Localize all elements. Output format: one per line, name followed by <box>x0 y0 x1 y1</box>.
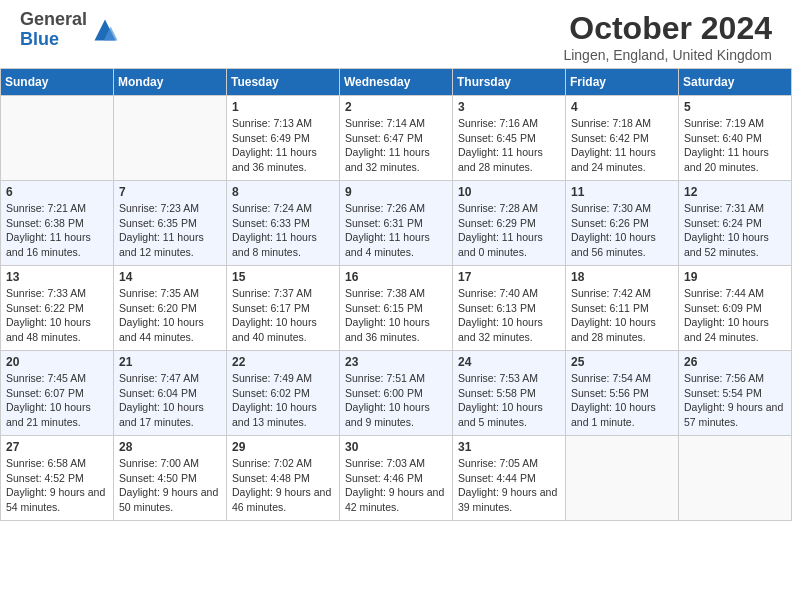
calendar-cell: 17Sunrise: 7:40 AM Sunset: 6:13 PM Dayli… <box>453 266 566 351</box>
day-info: Sunrise: 7:51 AM Sunset: 6:00 PM Dayligh… <box>345 371 447 430</box>
day-number: 15 <box>232 270 334 284</box>
calendar-table: SundayMondayTuesdayWednesdayThursdayFrid… <box>0 68 792 521</box>
day-number: 31 <box>458 440 560 454</box>
day-number: 13 <box>6 270 108 284</box>
calendar-cell: 12Sunrise: 7:31 AM Sunset: 6:24 PM Dayli… <box>679 181 792 266</box>
day-info: Sunrise: 7:21 AM Sunset: 6:38 PM Dayligh… <box>6 201 108 260</box>
day-number: 6 <box>6 185 108 199</box>
day-number: 23 <box>345 355 447 369</box>
day-of-week-header: Friday <box>566 69 679 96</box>
day-number: 30 <box>345 440 447 454</box>
day-of-week-header: Saturday <box>679 69 792 96</box>
day-info: Sunrise: 7:23 AM Sunset: 6:35 PM Dayligh… <box>119 201 221 260</box>
month-title: October 2024 <box>563 10 772 47</box>
calendar-cell: 2Sunrise: 7:14 AM Sunset: 6:47 PM Daylig… <box>340 96 453 181</box>
day-number: 27 <box>6 440 108 454</box>
day-info: Sunrise: 7:14 AM Sunset: 6:47 PM Dayligh… <box>345 116 447 175</box>
logo-blue: Blue <box>20 29 59 49</box>
calendar-cell: 13Sunrise: 7:33 AM Sunset: 6:22 PM Dayli… <box>1 266 114 351</box>
page-header: General Blue October 2024 Lingen, Englan… <box>0 0 792 68</box>
calendar-cell <box>1 96 114 181</box>
day-number: 10 <box>458 185 560 199</box>
day-of-week-header: Tuesday <box>227 69 340 96</box>
day-of-week-header: Monday <box>114 69 227 96</box>
day-number: 22 <box>232 355 334 369</box>
day-of-week-header: Sunday <box>1 69 114 96</box>
day-info: Sunrise: 7:54 AM Sunset: 5:56 PM Dayligh… <box>571 371 673 430</box>
calendar-cell: 30Sunrise: 7:03 AM Sunset: 4:46 PM Dayli… <box>340 436 453 521</box>
day-of-week-header: Wednesday <box>340 69 453 96</box>
day-info: Sunrise: 7:44 AM Sunset: 6:09 PM Dayligh… <box>684 286 786 345</box>
calendar-cell: 29Sunrise: 7:02 AM Sunset: 4:48 PM Dayli… <box>227 436 340 521</box>
calendar-cell: 28Sunrise: 7:00 AM Sunset: 4:50 PM Dayli… <box>114 436 227 521</box>
day-number: 21 <box>119 355 221 369</box>
calendar-cell: 11Sunrise: 7:30 AM Sunset: 6:26 PM Dayli… <box>566 181 679 266</box>
day-number: 17 <box>458 270 560 284</box>
calendar-week-row: 13Sunrise: 7:33 AM Sunset: 6:22 PM Dayli… <box>1 266 792 351</box>
day-info: Sunrise: 7:47 AM Sunset: 6:04 PM Dayligh… <box>119 371 221 430</box>
calendar-week-row: 20Sunrise: 7:45 AM Sunset: 6:07 PM Dayli… <box>1 351 792 436</box>
day-info: Sunrise: 7:40 AM Sunset: 6:13 PM Dayligh… <box>458 286 560 345</box>
calendar-cell: 18Sunrise: 7:42 AM Sunset: 6:11 PM Dayli… <box>566 266 679 351</box>
day-info: Sunrise: 7:42 AM Sunset: 6:11 PM Dayligh… <box>571 286 673 345</box>
day-info: Sunrise: 7:18 AM Sunset: 6:42 PM Dayligh… <box>571 116 673 175</box>
calendar-cell <box>566 436 679 521</box>
calendar-cell: 26Sunrise: 7:56 AM Sunset: 5:54 PM Dayli… <box>679 351 792 436</box>
day-info: Sunrise: 7:31 AM Sunset: 6:24 PM Dayligh… <box>684 201 786 260</box>
day-number: 9 <box>345 185 447 199</box>
calendar-cell: 4Sunrise: 7:18 AM Sunset: 6:42 PM Daylig… <box>566 96 679 181</box>
day-number: 5 <box>684 100 786 114</box>
day-number: 8 <box>232 185 334 199</box>
calendar-cell: 22Sunrise: 7:49 AM Sunset: 6:02 PM Dayli… <box>227 351 340 436</box>
day-info: Sunrise: 7:45 AM Sunset: 6:07 PM Dayligh… <box>6 371 108 430</box>
day-number: 24 <box>458 355 560 369</box>
calendar-header-row: SundayMondayTuesdayWednesdayThursdayFrid… <box>1 69 792 96</box>
day-info: Sunrise: 7:13 AM Sunset: 6:49 PM Dayligh… <box>232 116 334 175</box>
day-number: 28 <box>119 440 221 454</box>
day-number: 2 <box>345 100 447 114</box>
calendar-cell: 5Sunrise: 7:19 AM Sunset: 6:40 PM Daylig… <box>679 96 792 181</box>
day-number: 19 <box>684 270 786 284</box>
calendar-cell: 14Sunrise: 7:35 AM Sunset: 6:20 PM Dayli… <box>114 266 227 351</box>
day-number: 29 <box>232 440 334 454</box>
day-number: 3 <box>458 100 560 114</box>
day-number: 7 <box>119 185 221 199</box>
day-info: Sunrise: 7:53 AM Sunset: 5:58 PM Dayligh… <box>458 371 560 430</box>
calendar-cell: 20Sunrise: 7:45 AM Sunset: 6:07 PM Dayli… <box>1 351 114 436</box>
title-block: October 2024 Lingen, England, United Kin… <box>563 10 772 63</box>
day-number: 20 <box>6 355 108 369</box>
calendar-cell: 27Sunrise: 6:58 AM Sunset: 4:52 PM Dayli… <box>1 436 114 521</box>
calendar-cell: 15Sunrise: 7:37 AM Sunset: 6:17 PM Dayli… <box>227 266 340 351</box>
calendar-cell: 25Sunrise: 7:54 AM Sunset: 5:56 PM Dayli… <box>566 351 679 436</box>
day-number: 18 <box>571 270 673 284</box>
day-number: 4 <box>571 100 673 114</box>
day-info: Sunrise: 7:33 AM Sunset: 6:22 PM Dayligh… <box>6 286 108 345</box>
day-number: 11 <box>571 185 673 199</box>
calendar-cell: 16Sunrise: 7:38 AM Sunset: 6:15 PM Dayli… <box>340 266 453 351</box>
day-info: Sunrise: 7:30 AM Sunset: 6:26 PM Dayligh… <box>571 201 673 260</box>
calendar-cell: 9Sunrise: 7:26 AM Sunset: 6:31 PM Daylig… <box>340 181 453 266</box>
day-info: Sunrise: 7:35 AM Sunset: 6:20 PM Dayligh… <box>119 286 221 345</box>
calendar-cell: 19Sunrise: 7:44 AM Sunset: 6:09 PM Dayli… <box>679 266 792 351</box>
day-info: Sunrise: 7:24 AM Sunset: 6:33 PM Dayligh… <box>232 201 334 260</box>
day-info: Sunrise: 7:00 AM Sunset: 4:50 PM Dayligh… <box>119 456 221 515</box>
calendar-cell <box>114 96 227 181</box>
calendar-week-row: 6Sunrise: 7:21 AM Sunset: 6:38 PM Daylig… <box>1 181 792 266</box>
calendar-week-row: 27Sunrise: 6:58 AM Sunset: 4:52 PM Dayli… <box>1 436 792 521</box>
logo: General Blue <box>20 10 119 50</box>
day-info: Sunrise: 7:03 AM Sunset: 4:46 PM Dayligh… <box>345 456 447 515</box>
day-info: Sunrise: 7:16 AM Sunset: 6:45 PM Dayligh… <box>458 116 560 175</box>
calendar-cell: 7Sunrise: 7:23 AM Sunset: 6:35 PM Daylig… <box>114 181 227 266</box>
calendar-cell: 31Sunrise: 7:05 AM Sunset: 4:44 PM Dayli… <box>453 436 566 521</box>
day-info: Sunrise: 7:37 AM Sunset: 6:17 PM Dayligh… <box>232 286 334 345</box>
calendar-cell: 8Sunrise: 7:24 AM Sunset: 6:33 PM Daylig… <box>227 181 340 266</box>
day-number: 25 <box>571 355 673 369</box>
calendar-cell: 23Sunrise: 7:51 AM Sunset: 6:00 PM Dayli… <box>340 351 453 436</box>
day-number: 16 <box>345 270 447 284</box>
day-info: Sunrise: 7:05 AM Sunset: 4:44 PM Dayligh… <box>458 456 560 515</box>
day-info: Sunrise: 7:26 AM Sunset: 6:31 PM Dayligh… <box>345 201 447 260</box>
calendar-week-row: 1Sunrise: 7:13 AM Sunset: 6:49 PM Daylig… <box>1 96 792 181</box>
day-number: 1 <box>232 100 334 114</box>
calendar-cell: 21Sunrise: 7:47 AM Sunset: 6:04 PM Dayli… <box>114 351 227 436</box>
day-info: Sunrise: 7:56 AM Sunset: 5:54 PM Dayligh… <box>684 371 786 430</box>
